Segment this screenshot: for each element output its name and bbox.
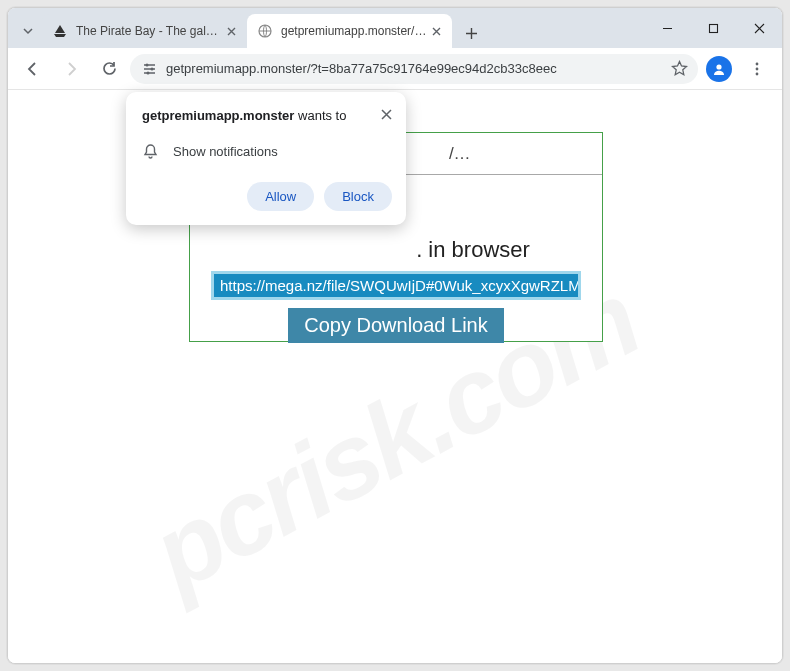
bell-icon: [142, 143, 159, 160]
avatar: [706, 56, 732, 82]
window-controls: [644, 8, 782, 48]
site-settings-button[interactable]: [140, 60, 158, 78]
tab-close-button[interactable]: [428, 23, 444, 39]
tab-favicon-generic: [257, 23, 273, 39]
svg-point-3: [150, 68, 153, 71]
svg-point-2: [145, 64, 148, 67]
ship-icon: [53, 24, 67, 38]
window-close-button[interactable]: [736, 8, 782, 48]
svg-point-4: [146, 72, 149, 75]
tune-icon: [142, 61, 157, 76]
chevron-down-icon: [22, 25, 34, 37]
nav-back-button[interactable]: [16, 52, 50, 86]
address-bar[interactable]: getpremiumapp.monster/?t=8ba77a75c91764e…: [130, 54, 698, 84]
dialog-title: getpremiumapp.monster wants to: [142, 108, 392, 125]
copy-link-button[interactable]: Copy Download Link: [288, 308, 503, 343]
tab-bar: The Pirate Bay - The galaxy's m… getprem…: [8, 8, 782, 48]
star-icon: [671, 60, 688, 77]
kebab-icon: [749, 61, 765, 77]
panel-subtitle: xxxxxxxxxxxxxx. in browser: [190, 237, 602, 263]
browser-menu-button[interactable]: [740, 52, 774, 86]
new-tab-button[interactable]: [456, 18, 486, 48]
tab-favicon-piratebay: [52, 23, 68, 39]
tab-getpremiumapp[interactable]: getpremiumapp.monster/?t=8b: [247, 14, 452, 48]
tab-title: getpremiumapp.monster/?t=8b: [281, 24, 428, 38]
window-minimize-button[interactable]: [644, 8, 690, 48]
globe-icon: [258, 24, 272, 38]
panel-header-suffix: /…: [449, 144, 471, 164]
tab-title: The Pirate Bay - The galaxy's m…: [76, 24, 223, 38]
allow-button[interactable]: Allow: [247, 182, 314, 211]
nav-forward-button[interactable]: [54, 52, 88, 86]
permission-label: Show notifications: [173, 144, 278, 159]
close-icon: [754, 23, 765, 34]
permission-item: Show notifications: [142, 143, 392, 160]
bookmark-button[interactable]: [671, 60, 688, 77]
dialog-close-button[interactable]: [376, 104, 396, 124]
download-link-field[interactable]: https://mega.nz/file/SWQUwIjD#0Wuk_xcyxX…: [211, 271, 581, 300]
plus-icon: [465, 27, 478, 40]
page-viewport: pcrisk.com xxxxxxxxxxxxxxx/… xxxxxxxxxxx…: [8, 90, 782, 663]
arrow-left-icon: [24, 60, 42, 78]
notification-permission-dialog: getpremiumapp.monster wants to Show noti…: [126, 92, 406, 225]
person-icon: [712, 62, 726, 76]
profile-button[interactable]: [702, 52, 736, 86]
dialog-domain: getpremiumapp.monster: [142, 108, 294, 123]
toolbar: getpremiumapp.monster/?t=8ba77a75c91764e…: [8, 48, 782, 90]
minimize-icon: [662, 23, 673, 34]
tab-search-button[interactable]: [14, 14, 42, 48]
nav-reload-button[interactable]: [92, 52, 126, 86]
maximize-icon: [708, 23, 719, 34]
tab-pirate-bay[interactable]: The Pirate Bay - The galaxy's m…: [42, 14, 247, 48]
reload-icon: [101, 60, 118, 77]
close-icon: [227, 27, 236, 36]
arrow-right-icon: [62, 60, 80, 78]
svg-point-8: [756, 72, 759, 75]
close-icon: [432, 27, 441, 36]
browser-window: The Pirate Bay - The galaxy's m… getprem…: [7, 7, 783, 664]
url-text: getpremiumapp.monster/?t=8ba77a75c91764e…: [166, 61, 663, 76]
window-maximize-button[interactable]: [690, 8, 736, 48]
svg-point-7: [756, 67, 759, 70]
close-icon: [381, 109, 392, 120]
block-button[interactable]: Block: [324, 182, 392, 211]
svg-point-6: [756, 62, 759, 65]
tab-close-button[interactable]: [223, 23, 239, 39]
svg-rect-1: [709, 24, 717, 32]
svg-point-5: [716, 64, 721, 69]
